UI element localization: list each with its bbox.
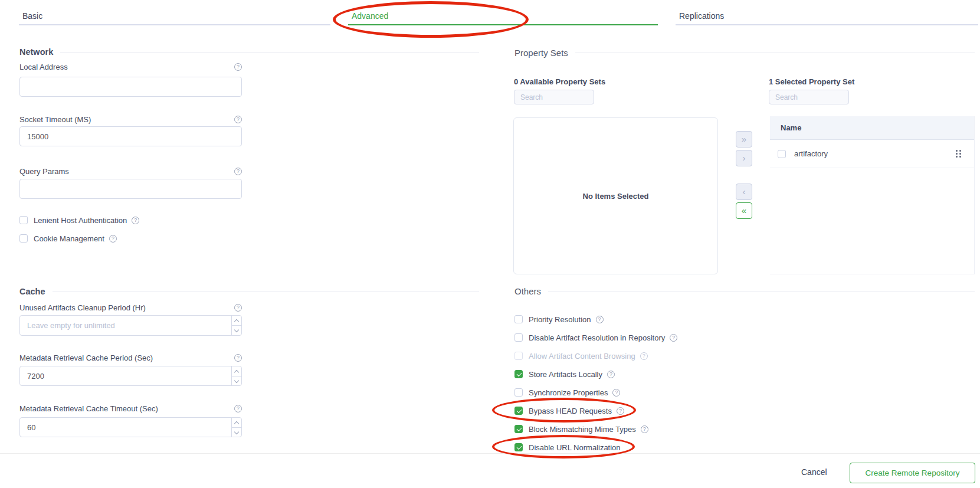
lenient-host-auth-checkbox[interactable] <box>19 216 28 224</box>
stepper-down-icon[interactable] <box>232 428 241 437</box>
section-divider-line <box>548 291 975 292</box>
help-icon[interactable] <box>670 334 677 342</box>
allow-artifact-content-browsing-label: Allow Artifact Content Browsing <box>529 352 635 361</box>
disable-artifact-resolution-label: Disable Artifact Resolution in Repositor… <box>529 333 665 342</box>
help-icon[interactable] <box>234 405 242 412</box>
disable-url-normalization-checkbox[interactable] <box>514 443 523 451</box>
create-remote-repository-button[interactable]: Create Remote Repository <box>850 463 975 483</box>
cookie-management-row: Cookie Management <box>19 234 117 243</box>
help-icon[interactable] <box>640 352 648 360</box>
left-chevron-icon: ‹ <box>743 186 746 196</box>
help-icon[interactable] <box>234 168 242 175</box>
socket-timeout-input[interactable] <box>19 126 242 146</box>
number-stepper <box>231 316 241 335</box>
priority-resolution-row: Priority Resolution <box>514 315 604 324</box>
socket-timeout-label: Socket Timeout (MS) <box>19 115 91 124</box>
help-icon[interactable] <box>234 304 242 312</box>
disable-artifact-resolution-row: Disable Artifact Resolution in Repositor… <box>514 333 677 342</box>
help-icon[interactable] <box>596 316 604 323</box>
table-row[interactable]: artifactory <box>770 140 974 168</box>
local-address-input[interactable] <box>19 77 242 97</box>
selected-property-sets-table: Name artifactory <box>770 116 975 274</box>
help-icon[interactable] <box>234 354 242 362</box>
stepper-up-icon[interactable] <box>232 316 241 326</box>
lenient-host-auth-label: Lenient Host Authentication <box>34 216 127 225</box>
name-column-header: Name <box>781 123 801 132</box>
tab-basic-label: Basic <box>22 11 42 21</box>
query-params-label-row: Query Params <box>19 167 242 175</box>
cleanup-period-label-row: Unused Artifacts Cleanup Period (Hr) <box>19 303 242 312</box>
help-icon[interactable] <box>617 407 624 415</box>
retrieval-timeout-label-row: Metadata Retrieval Cache Timeout (Sec) <box>19 404 242 412</box>
others-section-header: Others <box>514 286 975 296</box>
no-items-selected-text: No Items Selected <box>583 192 649 201</box>
retrieval-timeout-label: Metadata Retrieval Cache Timeout (Sec) <box>19 404 158 413</box>
move-right-button[interactable]: › <box>736 150 752 166</box>
move-left-button[interactable]: ‹ <box>736 184 752 200</box>
help-icon[interactable] <box>607 371 615 378</box>
row-checkbox[interactable] <box>778 150 786 158</box>
tab-replications[interactable]: Replications <box>676 7 978 25</box>
cleanup-period-input[interactable] <box>20 316 230 335</box>
disable-url-normalization-label: Disable URL Normalization <box>529 443 621 452</box>
drag-handle-icon[interactable] <box>956 150 961 158</box>
available-search-input[interactable] <box>514 90 594 104</box>
retrieval-timeout-input[interactable] <box>20 418 230 437</box>
stepper-down-icon[interactable] <box>232 326 241 335</box>
tab-replications-label: Replications <box>679 11 724 21</box>
synchronize-properties-row: Synchronize Properties <box>514 388 620 397</box>
query-params-label: Query Params <box>19 167 69 176</box>
retrieval-period-field <box>19 366 242 386</box>
cleanup-period-label: Unused Artifacts Cleanup Period (Hr) <box>19 303 146 312</box>
retrieval-period-input[interactable] <box>20 366 230 385</box>
help-icon[interactable] <box>234 63 242 71</box>
cache-section-header: Cache <box>19 287 479 296</box>
network-section-title: Network <box>19 47 53 57</box>
cancel-button[interactable]: Cancel <box>801 467 827 477</box>
tab-advanced[interactable]: Advanced <box>348 7 658 25</box>
double-left-chevron-icon: « <box>742 205 746 215</box>
right-chevron-icon: › <box>743 153 746 163</box>
local-address-label: Local Address <box>19 63 68 71</box>
double-right-chevron-icon: » <box>742 134 746 144</box>
table-header-row: Name <box>770 116 974 140</box>
help-icon[interactable] <box>641 425 648 433</box>
row-name: artifactory <box>794 149 828 158</box>
available-property-sets-list: No Items Selected <box>513 117 718 274</box>
help-icon[interactable] <box>109 235 117 243</box>
stepper-down-icon[interactable] <box>232 376 241 386</box>
cleanup-period-field <box>19 315 242 336</box>
help-icon[interactable] <box>612 389 620 397</box>
query-params-input[interactable] <box>19 179 242 199</box>
store-artifacts-locally-checkbox[interactable] <box>514 370 523 378</box>
block-mismatching-mime-types-checkbox[interactable] <box>514 425 523 433</box>
synchronize-properties-checkbox[interactable] <box>514 388 523 397</box>
tab-advanced-label: Advanced <box>352 11 388 21</box>
move-all-left-button[interactable]: « <box>736 202 752 219</box>
bypass-head-requests-checkbox[interactable] <box>514 407 523 415</box>
bypass-head-requests-row: Bypass HEAD Requests <box>514 406 624 415</box>
store-artifacts-locally-label: Store Artifacts Locally <box>529 370 602 379</box>
move-all-right-button[interactable]: » <box>736 131 752 148</box>
section-divider-line <box>60 52 479 53</box>
available-property-sets-header: 0 Available Property Sets <box>514 77 605 86</box>
selected-search-input[interactable] <box>769 90 849 104</box>
bypass-head-requests-label: Bypass HEAD Requests <box>529 407 612 415</box>
synchronize-properties-label: Synchronize Properties <box>529 388 608 397</box>
tab-basic[interactable]: Basic <box>19 7 330 25</box>
disable-artifact-resolution-checkbox[interactable] <box>514 333 523 342</box>
block-mismatching-mime-types-label: Block Mismatching Mime Types <box>529 425 636 434</box>
stepper-up-icon[interactable] <box>232 366 241 376</box>
priority-resolution-checkbox[interactable] <box>514 315 523 323</box>
retrieval-period-label: Metadata Retrieval Cache Period (Sec) <box>19 353 153 362</box>
help-icon[interactable] <box>132 217 139 224</box>
stepper-up-icon[interactable] <box>232 418 241 428</box>
help-icon[interactable] <box>234 116 242 123</box>
cookie-management-checkbox[interactable] <box>19 234 28 243</box>
network-section-header: Network <box>19 47 479 57</box>
disable-url-normalization-row: Disable URL Normalization <box>514 443 621 452</box>
cookie-management-label: Cookie Management <box>34 234 104 243</box>
retrieval-timeout-field <box>19 417 242 437</box>
number-stepper <box>231 366 241 385</box>
create-remote-repository-advanced-panel: Basic Advanced Replications Network Loca… <box>0 0 980 488</box>
